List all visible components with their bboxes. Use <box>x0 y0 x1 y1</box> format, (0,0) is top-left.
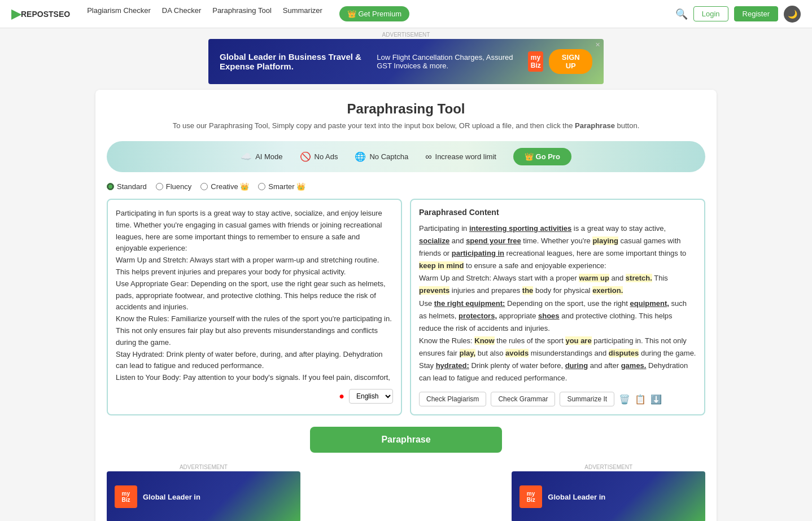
nav-summarizer[interactable]: Summarizer <box>283 6 322 21</box>
ad-left: Global Leader in Business Travel & Expen… <box>220 52 377 71</box>
paraphrase-button[interactable]: Paraphrase <box>310 427 502 453</box>
pro-banner: ☁️ AI Mode 🚫 No Ads 🌐 No Captcha ∞ Incre… <box>107 141 705 172</box>
mode-standard-radio[interactable] <box>107 183 114 190</box>
mode-creative-radio[interactable] <box>200 183 208 190</box>
paraphrase-section: Paraphrase <box>107 427 705 453</box>
mode-fluency-label: Fluency <box>166 182 192 191</box>
page-title: Paraphrasing Tool <box>107 101 705 117</box>
output-label: Paraphrased Content <box>419 208 696 217</box>
ad-signup-button[interactable]: SIGN UP <box>549 49 592 74</box>
mode-creative-label: Creative 👑 <box>211 182 249 191</box>
bottom-ad-right: ADVERTISEMENT myBiz Global Leader in <box>512 464 705 521</box>
main-container: Paraphrasing Tool To use our Paraphrasin… <box>95 90 717 521</box>
bottom-ad-right-label: ADVERTISEMENT <box>512 464 705 470</box>
output-footer: Check Plagiarism Check Grammar Summarize… <box>419 392 696 406</box>
mode-fluency[interactable]: Fluency <box>156 182 192 191</box>
output-box: Paraphrased Content Participating in int… <box>410 199 705 415</box>
bottom-ads: ADVERTISEMENT myBiz Global Leader in ADV… <box>107 464 705 521</box>
ad-mid: Low Flight Cancellation Charges, Assured… <box>377 53 528 70</box>
bottom-ad-left-label: ADVERTISEMENT <box>107 464 300 470</box>
red-dot-indicator: ● <box>339 391 344 401</box>
mode-smarter-label: Smarter 👑 <box>268 182 305 191</box>
bottom-ad-left-banner: myBiz Global Leader in <box>107 471 300 521</box>
pro-feature-nocaptcha: 🌐 No Captcha <box>355 151 408 162</box>
pro-feature-wordlimit: ∞ Increase word limit <box>425 152 496 162</box>
word-limit-label: Increase word limit <box>435 152 496 161</box>
dark-mode-button[interactable]: 🌙 <box>784 6 801 23</box>
search-icon[interactable]: 🔍 <box>675 8 688 20</box>
bottom-ad-right-logo: myBiz <box>519 485 542 508</box>
navbar: ▶ REPOSTSEO Plagiarism Checker DA Checke… <box>0 0 812 28</box>
no-ads-icon: 🚫 <box>300 151 311 162</box>
mode-smarter-radio[interactable] <box>258 183 265 190</box>
page-description: To use our Paraphrasing Tool, Simply cop… <box>107 121 705 130</box>
mode-selector: Standard Fluency Creative 👑 Smarter 👑 <box>107 182 705 191</box>
nav-plagiarism[interactable]: Plagiarism Checker <box>87 6 151 21</box>
copy-icon[interactable]: 📋 <box>635 394 646 405</box>
bottom-ad-right-text: Global Leader in <box>548 493 605 501</box>
input-textarea[interactable]: Participating in fun sports is a great w… <box>116 208 393 383</box>
editor-area: Participating in fun sports is a great w… <box>107 199 705 415</box>
ad-heading: Global Leader in Business Travel & Expen… <box>220 52 377 71</box>
login-button[interactable]: Login <box>693 6 728 21</box>
pro-feature-noads: 🚫 No Ads <box>300 151 338 162</box>
logo-text: REPOSTSEO <box>21 10 70 19</box>
input-footer: ● English <box>116 389 393 404</box>
bottom-ad-left: ADVERTISEMENT myBiz Global Leader in <box>107 464 300 521</box>
word-limit-icon: ∞ <box>425 152 431 162</box>
summarize-button[interactable]: Summarize It <box>560 392 614 406</box>
bottom-ad-left-text: Global Leader in <box>143 493 200 501</box>
top-ad-banner: Global Leader in Business Travel & Expen… <box>208 39 604 84</box>
bottom-center <box>309 464 503 521</box>
logo: ▶ REPOSTSEO <box>11 7 70 21</box>
pro-feature-ai: ☁️ AI Mode <box>241 151 282 162</box>
bottom-ad-right-banner: myBiz Global Leader in <box>512 471 705 521</box>
mode-smarter[interactable]: Smarter 👑 <box>258 182 305 191</box>
ai-mode-icon: ☁️ <box>241 151 252 162</box>
language-select[interactable]: English <box>349 389 393 404</box>
register-button[interactable]: Register <box>734 6 778 21</box>
nav-paraphrasing[interactable]: Paraphrasing Tool <box>212 6 272 21</box>
nav-right: 🔍 Login Register 🌙 <box>675 6 801 23</box>
top-ad-label: ADVERTISEMENT <box>0 28 812 39</box>
check-grammar-button[interactable]: Check Grammar <box>491 392 555 406</box>
nav-links: Plagiarism Checker DA Checker Paraphrasi… <box>87 6 675 21</box>
delete-icon[interactable]: 🗑️ <box>619 394 630 405</box>
nav-da-checker[interactable]: DA Checker <box>162 6 201 21</box>
mode-creative[interactable]: Creative 👑 <box>200 182 249 191</box>
logo-icon: ▶ <box>11 7 21 21</box>
download-icon[interactable]: ⬇️ <box>651 394 662 405</box>
output-content: Participating in interesting sporting ac… <box>419 222 696 386</box>
get-premium-button[interactable]: 👑 Get Premium <box>339 6 409 21</box>
ai-mode-label: AI Mode <box>255 152 282 161</box>
ad-close-icon[interactable]: ✕ <box>595 41 600 49</box>
go-pro-button[interactable]: 👑 Go Pro <box>513 148 571 165</box>
ad-logo: myBiz <box>528 51 543 72</box>
mode-fluency-radio[interactable] <box>156 183 163 190</box>
no-captcha-icon: 🌐 <box>355 151 366 162</box>
check-plagiarism-button[interactable]: Check Plagiarism <box>419 392 486 406</box>
input-box: Participating in fun sports is a great w… <box>107 199 402 415</box>
no-ads-label: No Ads <box>315 152 338 161</box>
mode-standard-label: Standard <box>117 182 147 191</box>
mode-standard[interactable]: Standard <box>107 182 147 191</box>
ad-right: myBiz SIGN UP <box>528 49 592 74</box>
no-captcha-label: No Captcha <box>369 152 408 161</box>
bottom-ad-left-logo: myBiz <box>115 485 137 508</box>
ad-mid-text: Low Flight Cancellation Charges, Assured… <box>377 53 528 70</box>
